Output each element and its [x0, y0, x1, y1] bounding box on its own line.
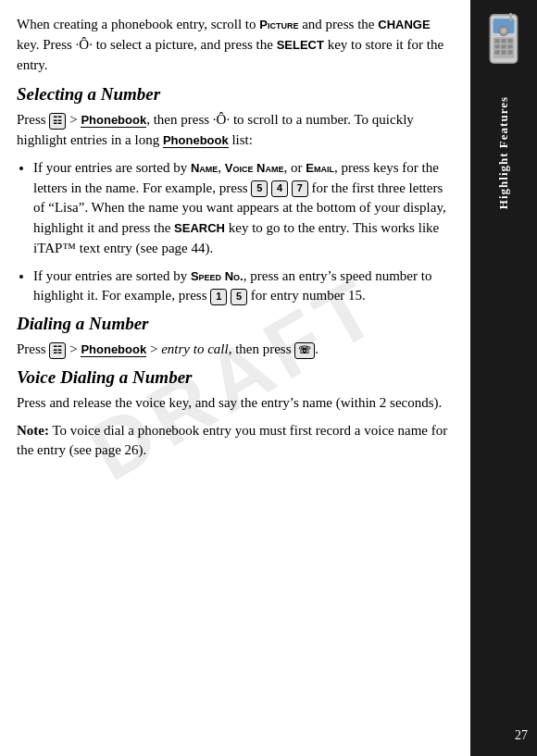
picture-label: Picture [259, 18, 298, 31]
dialing-body: Press ☷ > Phonebook > entry to call, the… [17, 340, 454, 360]
svg-rect-7 [501, 44, 506, 48]
svg-rect-11 [507, 50, 512, 54]
bullet-1: If your entries are sorted by Name, Voic… [33, 158, 454, 259]
dialing-number-heading: Dialing a Number [17, 314, 454, 334]
svg-rect-4 [501, 39, 506, 43]
note-paragraph: Note: To voice dial a phonebook entry yo… [17, 421, 454, 462]
svg-rect-10 [501, 50, 506, 54]
svg-rect-14 [509, 13, 512, 21]
phonebook-ref-1: Phonebook [81, 113, 146, 128]
phonebook-ref-2: Phonebook [163, 133, 229, 148]
select-key: SELECT [277, 38, 324, 52]
selecting-bullets: If your entries are sorted by Name, Voic… [33, 158, 454, 306]
bullet-2: If your entries are sorted by Speed No.,… [33, 266, 454, 307]
svg-rect-9 [494, 50, 499, 54]
phonebook-ref-3: Phonebook [81, 342, 146, 357]
menu-key-1: ☷ [49, 113, 66, 130]
sidebar-label: Highlight Features [496, 96, 511, 209]
page-number: 27 [515, 728, 528, 743]
selecting-number-heading: Selecting a Number [17, 84, 454, 105]
sort-speed: Speed No. [191, 269, 244, 283]
nav-symbol-1: ·Ô· [76, 37, 93, 52]
svg-rect-3 [494, 39, 499, 43]
sort-email: Email [306, 161, 334, 175]
entry-to-call: entry to call [161, 341, 228, 356]
voice-dialing-body: Press and release the voice key, and say… [17, 393, 454, 414]
key-4: 4 [271, 180, 288, 197]
change-key: CHANGE [378, 18, 430, 31]
sort-voice-name: Voice Name [225, 161, 284, 175]
voice-dialing-heading: Voice Dialing a Number [17, 367, 454, 388]
menu-key-2: ☷ [49, 342, 66, 359]
key-5: 5 [251, 180, 268, 197]
phone-icon [479, 13, 529, 78]
svg-rect-5 [507, 39, 512, 43]
search-key: SEARCH [174, 221, 225, 235]
svg-point-13 [501, 29, 506, 33]
nav-symbol-2: ·Ô· [213, 112, 230, 127]
sidebar: Highlight Features 27 [470, 0, 537, 756]
content-wrapper: When creating a phonebook entry, scroll … [17, 15, 454, 461]
svg-rect-8 [507, 44, 512, 48]
key-7: 7 [292, 180, 308, 197]
main-content: DRAFT When creating a phonebook entry, s… [0, 0, 470, 756]
send-key: ☏ [294, 342, 315, 359]
sort-name: Name [191, 161, 218, 175]
key-5b: 5 [231, 289, 247, 305]
intro-paragraph: When creating a phonebook entry, scroll … [17, 15, 454, 75]
note-label: Note: [17, 423, 49, 438]
key-1: 1 [210, 289, 227, 305]
selecting-number-body: Press ☷ > Phonebook, then press ·Ô· to s… [17, 110, 454, 151]
svg-rect-6 [494, 44, 499, 48]
